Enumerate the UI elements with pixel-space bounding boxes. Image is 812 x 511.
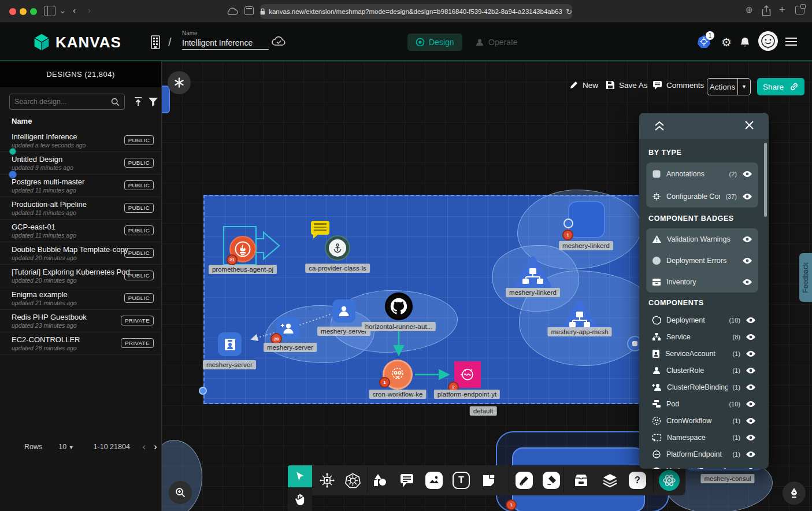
node-linkerd-service[interactable] — [514, 255, 551, 289]
badge-row-validation[interactable]: Validation Warnings — [646, 228, 758, 250]
new-tab-icon[interactable]: + — [779, 4, 785, 16]
meshery-tool[interactable] — [659, 470, 680, 491]
icloud-icon[interactable] — [225, 7, 238, 16]
reader-icon[interactable] — [244, 6, 254, 15]
type-row-annotations[interactable]: Annotations (2) — [646, 162, 758, 185]
tab-overview-icon[interactable] — [795, 6, 804, 14]
zoom-button[interactable] — [169, 481, 192, 504]
visibility-eye-icon[interactable] — [746, 451, 756, 458]
tab-operate[interactable]: Operate — [467, 34, 526, 51]
annotation-pen-button[interactable] — [783, 482, 806, 505]
components-tool[interactable] — [317, 471, 337, 490]
visibility-eye-icon[interactable] — [746, 350, 756, 357]
design-row[interactable]: [Tutorial] Exploring Kubernetes Pod upda… — [0, 265, 162, 287]
visibility-eye-icon[interactable] — [742, 171, 752, 177]
search-input[interactable] — [14, 98, 111, 106]
node-cluster-role[interactable] — [332, 299, 355, 323]
close-icon[interactable] — [744, 120, 754, 130]
component-row-cronworkflow[interactable]: CronWorkflow (1) — [646, 412, 762, 429]
layers-tool[interactable] — [600, 471, 620, 490]
quick-actions-button[interactable] — [168, 71, 191, 94]
next-page-icon[interactable]: › — [154, 442, 157, 452]
back-icon[interactable]: ‹ — [73, 5, 76, 15]
component-row-clusterrole[interactable]: ClusterRole (1) — [646, 362, 762, 379]
new-button[interactable]: New — [569, 80, 598, 90]
visibility-eye-icon[interactable] — [742, 236, 752, 243]
design-row[interactable]: EC2-CONTROLLER updated 28 minutes ago PR… — [0, 332, 162, 355]
downloads-icon[interactable]: ⊕ — [746, 5, 753, 15]
design-name-input[interactable] — [182, 38, 269, 50]
pan-tool[interactable] — [288, 487, 312, 511]
component-row-service[interactable]: Service (8) — [646, 328, 762, 345]
node-ca-provider[interactable] — [325, 235, 350, 261]
chevron-down-icon[interactable]: ⌄ — [59, 5, 66, 16]
component-row-namespace[interactable]: Namespace (1) — [646, 429, 762, 446]
visibility-eye-icon[interactable] — [746, 334, 756, 340]
hamburger-menu-icon[interactable] — [785, 37, 798, 46]
visibility-eye-icon[interactable] — [742, 257, 752, 264]
share-icon[interactable] — [762, 5, 771, 17]
selection-handle[interactable] — [199, 387, 207, 395]
import-design-icon[interactable] — [133, 97, 143, 107]
comment-tool[interactable] — [397, 471, 417, 490]
component-row-platformendpoint[interactable]: PlatformEndpoint (1) — [646, 446, 762, 462]
design-row[interactable]: Redis PHP Guestbook updated 23 minutes a… — [0, 310, 162, 332]
pen-tool[interactable] — [514, 471, 534, 490]
visibility-eye-icon[interactable] — [746, 468, 756, 469]
filter-icon[interactable] — [148, 97, 158, 107]
save-as-button[interactable]: Save As — [606, 80, 648, 90]
panel-scrollbar-thumb[interactable] — [764, 143, 767, 217]
visibility-eye-icon[interactable] — [742, 279, 752, 286]
actions-label[interactable]: Actions — [707, 83, 737, 91]
visibility-eye-icon[interactable] — [746, 317, 756, 324]
collapse-all-icon[interactable] — [654, 120, 665, 131]
component-row-clusterrolebinding[interactable]: ClusterRoleBinding (1) — [646, 379, 762, 395]
component-row-deployment[interactable]: Deployment (10) — [646, 312, 762, 328]
annotation-comment-icon[interactable] — [311, 221, 329, 235]
notifications-bell-icon[interactable] — [740, 36, 750, 48]
share-button[interactable]: Share — [757, 78, 804, 95]
note-tool[interactable] — [479, 471, 498, 490]
type-row-configurable[interactable]: Configurable Compon (37) — [646, 185, 758, 208]
media-tool[interactable] — [424, 471, 444, 490]
design-row[interactable]: Postgres multi-master updated 11 minutes… — [0, 175, 162, 197]
visibility-eye-icon[interactable] — [746, 384, 756, 391]
node-linkerd-namespace[interactable] — [568, 201, 605, 238]
design-row[interactable]: Double Bubble Map Template-copy updated … — [0, 242, 162, 265]
comments-button[interactable]: Comments — [652, 80, 704, 90]
fullscreen-window-button[interactable] — [30, 8, 37, 15]
visibility-eye-icon[interactable] — [746, 367, 756, 374]
badge-row-inventory[interactable]: Inventory — [646, 271, 758, 292]
badge-row-errors[interactable]: Deployment Errors — [646, 250, 758, 271]
select-tool-active[interactable] — [288, 465, 312, 487]
shapes-tool[interactable] — [370, 471, 390, 490]
sidebar-toggle-icon[interactable] — [44, 6, 55, 16]
user-avatar[interactable] — [758, 31, 778, 51]
component-row-pod[interactable]: Pod (10) — [646, 395, 762, 412]
freehand-tool[interactable] — [542, 471, 561, 490]
actions-split-button[interactable]: Actions ▼ — [707, 78, 751, 95]
visibility-eye-icon[interactable] — [746, 417, 756, 424]
settings-gear-icon[interactable]: ⚙ — [721, 35, 732, 49]
design-row[interactable]: Production-alt Pipeline updated 11 minut… — [0, 197, 162, 220]
component-row-serviceaccount[interactable]: ServiceAccount (1) — [646, 345, 762, 362]
organization-icon[interactable] — [149, 35, 162, 50]
close-window-button[interactable] — [9, 8, 16, 15]
node-shape[interactable] — [162, 86, 170, 113]
minimize-window-button[interactable] — [20, 8, 27, 15]
node-service-account[interactable] — [218, 332, 242, 356]
feedback-tab[interactable]: Feedback — [799, 253, 812, 302]
design-row[interactable]: Intelligent Inference updated a few seco… — [0, 129, 162, 152]
component-row-horizontalrunnerautoscaler[interactable]: HorizontalRunnerAutosc (1) — [646, 462, 762, 469]
design-row[interactable]: GCP-east-01 updated 11 minutes ago PUBLI… — [0, 220, 162, 242]
design-row[interactable]: Enigma example updated 21 minutes ago PU… — [0, 287, 162, 310]
text-tool[interactable]: T — [451, 471, 471, 490]
archive-tool[interactable] — [571, 471, 591, 490]
visibility-eye-icon[interactable] — [742, 193, 752, 200]
tab-design[interactable]: Design — [407, 34, 462, 51]
reload-icon[interactable]: ↻ — [566, 8, 572, 16]
help-tool[interactable]: ? — [628, 471, 647, 490]
rows-per-page-select[interactable]: 10 ▼ — [58, 443, 73, 451]
visibility-eye-icon[interactable] — [746, 401, 756, 408]
prev-page-icon[interactable]: ‹ — [143, 442, 146, 452]
